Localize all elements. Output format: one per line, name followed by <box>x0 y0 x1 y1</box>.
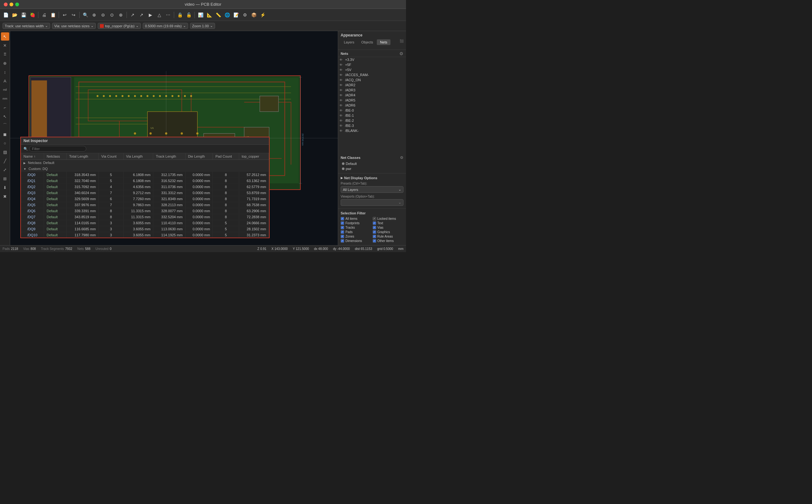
ratsnest-icon[interactable]: ⋯ <box>164 11 172 19</box>
fill-tool[interactable]: ◼ <box>1 130 9 138</box>
nets-panel-icon[interactable]: ⬛ <box>400 39 403 45</box>
redo-icon[interactable]: ↪ <box>70 11 77 19</box>
table-row[interactable]: /DQ0 Default 318.3543 mm 5 6.1808 mm 312… <box>21 172 269 178</box>
net-visibility-icon[interactable]: 👁 <box>339 63 344 66</box>
sf-checkbox[interactable] <box>373 235 376 238</box>
net-visibility-icon[interactable]: 👁 <box>339 83 344 87</box>
net-visibility-icon[interactable]: 👁 <box>339 119 344 122</box>
via-size-select[interactable]: Via: use netclass sizes ⌄ <box>52 23 96 29</box>
net-list-item[interactable]: 👁+5V <box>338 67 406 72</box>
table-row[interactable]: /DQ4 Default 329.5609 mm 6 7.7260 mm 321… <box>21 196 269 202</box>
zoom-fit-icon[interactable]: ⊙ <box>108 11 116 19</box>
net-list-item[interactable]: 👁/ADR6 <box>338 103 406 108</box>
net-list-item[interactable]: 👁+5F <box>338 62 406 67</box>
sf-item[interactable]: Rule Areas <box>373 235 404 238</box>
presets-select[interactable]: All Layers ⌄ <box>341 186 403 193</box>
sf-checkbox[interactable] <box>341 217 344 220</box>
table-row[interactable]: /DQ10 Default 117.7980 mm 3 3.6055 mm 11… <box>21 232 269 238</box>
sf-checkbox[interactable] <box>373 217 376 220</box>
net-list-item[interactable]: 👁/ADR3 <box>338 88 406 93</box>
zoom-in-icon[interactable]: ⊕ <box>90 11 98 19</box>
add-text-tool[interactable]: A <box>1 77 9 85</box>
sf-item[interactable]: Zones <box>341 235 372 238</box>
route-single-icon[interactable]: ▶ <box>147 11 154 19</box>
col-name[interactable]: Name ↑ <box>21 153 44 160</box>
net-visibility-icon[interactable]: 👁 <box>339 68 344 71</box>
net-list-item[interactable]: 👁/BE-0 <box>338 108 406 113</box>
sf-checkbox[interactable] <box>373 239 376 243</box>
sf-item[interactable]: Locked items <box>373 217 404 220</box>
col-top-copper[interactable]: top_copper <box>239 153 269 160</box>
sf-item[interactable]: Footprints <box>341 221 372 225</box>
unlock-icon[interactable]: 🔓 <box>185 11 193 19</box>
inspect-tool[interactable]: ✕ <box>1 41 9 49</box>
net-visibility-icon[interactable]: 👁 <box>339 94 344 97</box>
dimension-tool[interactable]: ⤢ <box>1 166 9 174</box>
select-tool[interactable]: ↖ <box>1 32 9 41</box>
sf-item[interactable]: Vias <box>373 226 404 229</box>
calculator-icon[interactable]: ⚡ <box>259 11 266 19</box>
new-file-icon[interactable]: 📄 <box>2 11 10 19</box>
more-tools[interactable]: ✖ <box>1 192 9 200</box>
units-mm-tool[interactable]: mm <box>1 95 9 103</box>
maximize-button[interactable] <box>15 3 19 6</box>
table-group-header[interactable]: ▼ Custom: DQ <box>21 166 269 172</box>
raspberry-icon[interactable]: 🍓 <box>29 11 36 19</box>
table-row[interactable]: /DQ7 Default 343.8519 mm 8 11.3315 mm 33… <box>21 214 269 220</box>
net-inspector-icon[interactable]: 📊 <box>197 11 204 19</box>
sf-item[interactable]: Other items <box>373 239 404 243</box>
table-row[interactable]: /DQ3 Default 340.6024 mm 7 9.2712 mm 331… <box>21 190 269 196</box>
pcb-canvas[interactable]: U1 U2 29.5740 mm 8.5050 mm Net Insp <box>10 31 338 245</box>
net-list-item[interactable]: 👁/BE-3 <box>338 123 406 128</box>
scripting-icon[interactable]: 📝 <box>232 11 240 19</box>
track-width-select[interactable]: Track: use netclass width ⌄ <box>3 23 50 29</box>
hatch-tool[interactable]: ▨ <box>1 148 9 156</box>
net-list-item[interactable]: 👁/ACCES_RAM- <box>338 72 406 77</box>
preferences-icon[interactable]: ⚙ <box>241 11 249 19</box>
sf-checkbox[interactable] <box>341 226 344 229</box>
sf-checkbox[interactable] <box>341 239 344 243</box>
net-list-item[interactable]: 👁/ADR2 <box>338 82 406 88</box>
search-icon[interactable]: 🔍 <box>82 11 89 19</box>
sf-item[interactable]: Pads <box>341 230 372 234</box>
net-classes-settings-icon[interactable]: ⚙ <box>400 155 403 160</box>
add-via-tool[interactable]: ⊕ <box>1 59 9 67</box>
sf-checkbox[interactable] <box>373 230 376 234</box>
net-visibility-icon[interactable]: 👁 <box>339 73 344 76</box>
tab-layers[interactable]: Layers <box>341 39 357 45</box>
netlist-icon[interactable]: 🌐 <box>223 11 231 19</box>
table-row[interactable]: /DQ9 Default 116.6685 mm 3 3.6055 mm 113… <box>21 226 269 232</box>
drc-icon[interactable]: △ <box>155 11 163 19</box>
filter-input[interactable] <box>29 146 86 152</box>
net-visibility-icon[interactable]: 👁 <box>339 58 344 61</box>
undo-icon[interactable]: ↩ <box>61 11 69 19</box>
sf-item[interactable]: Text <box>373 221 404 225</box>
width-select[interactable]: 0.5000 mm (19.69 mils) ⌄ <box>143 23 188 29</box>
table-row[interactable]: /DQ2 Default 315.7092 mm 4 4.6356 mm 311… <box>21 184 269 190</box>
col-die-length[interactable]: Die Length <box>185 153 213 160</box>
net-list-item[interactable]: 👁/BE-1 <box>338 113 406 118</box>
net-visibility-icon[interactable]: 👁 <box>339 104 344 107</box>
design-rules-icon[interactable]: 📏 <box>214 11 222 19</box>
net-list-item[interactable]: 👁/BE-2 <box>338 118 406 123</box>
net-visibility-icon[interactable]: 👁 <box>339 109 344 112</box>
sf-checkbox[interactable] <box>373 226 376 229</box>
table-row[interactable]: /DQ5 Default 337.9976 mm 7 9.7863 mm 328… <box>21 202 269 208</box>
net-visibility-icon[interactable]: 👁 <box>339 88 344 92</box>
copy-icon[interactable]: 📋 <box>49 11 57 19</box>
sf-item[interactable]: Tracks <box>341 226 372 229</box>
table-row[interactable]: /DQ6 Default 339.3391 mm 8 11.3315 mm 32… <box>21 208 269 214</box>
net-visibility-icon[interactable]: 👁 <box>339 78 344 82</box>
table-row[interactable]: /DQ1 Default 322.7040 mm 5 6.1808 mm 316… <box>21 178 269 184</box>
tab-nets[interactable]: Nets <box>377 39 390 45</box>
sf-checkbox[interactable] <box>373 221 376 225</box>
table-row[interactable]: /DQ8 Default 114.0165 mm 3 3.6055 mm 110… <box>21 220 269 226</box>
col-via-length[interactable]: Via Length <box>123 153 153 160</box>
col-total-length[interactable]: Total Length <box>67 153 99 160</box>
zoom-select[interactable]: Zoom 1.00 ⌄ <box>190 23 215 29</box>
net-visibility-icon[interactable]: 👁 <box>339 99 344 102</box>
print-icon[interactable]: 🖨 <box>40 11 48 19</box>
zoom-out-icon[interactable]: ⊖ <box>99 11 107 19</box>
canvas-area[interactable]: U1 U2 29.5740 mm 8.5050 mm Net Insp <box>10 31 338 245</box>
pad-tool[interactable]: ⊞ <box>1 174 9 183</box>
